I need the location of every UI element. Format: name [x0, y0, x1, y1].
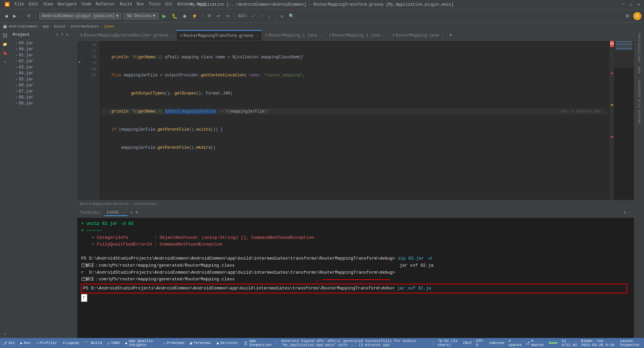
menu-tools[interactable]: Tools — [147, 1, 163, 8]
sidebar-resource-manager[interactable] — [1, 31, 9, 40]
status-encoding[interactable]: UTF-8 — [476, 339, 485, 347]
close-tab-icon[interactable]: ✕ — [320, 33, 322, 38]
status-run[interactable]: ▶ Run — [20, 341, 31, 345]
status-tabnine[interactable]: tabnine — [489, 341, 504, 345]
no-devices-dropdown[interactable]: No Devices ▼ — [123, 13, 159, 19]
menu-code[interactable]: Code — [79, 1, 93, 8]
close-tab-icon[interactable]: ✕ — [442, 33, 444, 38]
more-tabs-button[interactable]: ▼ — [447, 33, 454, 38]
menu-refactor[interactable]: Refactor — [94, 1, 117, 8]
back-button[interactable]: ◀ — [3, 12, 9, 19]
device-file-label[interactable]: Device File Explorer — [636, 76, 643, 126]
terminal-content[interactable]: + unzip 82.jar -d 82 + ~~~~~~ + Category… — [77, 218, 634, 338]
file-item-66[interactable]: ▪ 66.jar — [10, 82, 77, 88]
status-problems[interactable]: ⚠ Problems — [163, 341, 184, 345]
status-build[interactable]: 🔨 Build — [85, 341, 102, 345]
tab-mapping2[interactable]: J RouterMapping_2.java ✕ — [325, 30, 389, 41]
status-version[interactable]: 12 A/11.01 — [561, 339, 577, 347]
file-item-63[interactable]: ▪ 63.jar — [10, 64, 77, 70]
git-fetch-button[interactable]: ↓ — [267, 12, 272, 19]
terminal-tab-local[interactable]: Local ✕ — [104, 209, 127, 216]
close-tab-icon[interactable]: ✕ — [383, 33, 385, 38]
bc-intermediates[interactable]: intermediates — [70, 24, 99, 28]
minimize-button[interactable]: — — [621, 2, 626, 7]
close-button[interactable]: ✕ — [636, 2, 641, 7]
collapse-icon[interactable]: ≡ — [60, 31, 64, 38]
file-item-62[interactable]: ▪ 62.jar — [10, 58, 77, 64]
menu-view[interactable]: View — [41, 1, 55, 8]
tab-transform[interactable]: G RouterMappingTransform.groovy ✕ — [177, 30, 262, 41]
settings-icon[interactable]: ⚙ — [65, 31, 69, 38]
file-panel-icons[interactable]: ⊙ ≡ ⚙ − — [55, 31, 74, 38]
status-logcat[interactable]: ≡ Logcat — [63, 341, 79, 345]
run-button[interactable]: ▶ — [161, 12, 168, 20]
status-todo[interactable]: ☑ TODO — [107, 341, 120, 345]
bc-javac[interactable]: javac — [104, 24, 115, 28]
bc-app[interactable]: app — [42, 24, 49, 28]
terminal-settings-icon[interactable]: ⚙ — [624, 210, 626, 215]
bc-android-common[interactable]: AndroidCommon — [9, 24, 38, 28]
maximize-button[interactable]: ☐ — [629, 2, 634, 7]
menu-edit[interactable]: Edit — [27, 1, 41, 8]
file-item-60[interactable]: ▪ 60.jar — [10, 46, 77, 52]
menu-navigate[interactable]: Navigate — [55, 1, 79, 8]
menu-bar[interactable]: 🔼 File Edit View Navigate Code Refactor … — [3, 1, 208, 8]
status-profiler[interactable]: ⚡ Profiler — [36, 341, 57, 345]
tab-byteCodeBuilder[interactable]: G RouterMappingByteCodeBuilder.groovy ✕ — [77, 30, 177, 41]
sidebar-structure[interactable]: ≡ — [1, 330, 9, 338]
translate-button[interactable]: ⎄ — [279, 12, 285, 19]
close-terminal-tab-icon[interactable]: ✕ — [123, 211, 125, 214]
terminal-minimize-icon[interactable]: − — [629, 210, 631, 215]
coverage-button[interactable]: ◉ — [181, 12, 188, 19]
bc-class[interactable]: RouterMappingTransform — [80, 202, 128, 206]
close-tab-icon[interactable]: ✕ — [171, 33, 173, 38]
search-button[interactable]: 🔍 — [287, 12, 296, 19]
terminal-dropdown-button[interactable]: ▼ — [136, 210, 138, 215]
bc-build[interactable]: build — [54, 24, 65, 28]
file-item-59[interactable]: ▪ 59.jar — [10, 40, 77, 46]
scope-icon[interactable]: ⊙ — [55, 31, 59, 38]
redo-button[interactable]: ↪ — [224, 12, 231, 19]
status-aqi[interactable]: ◆ App Quality Insights — [125, 339, 158, 347]
status-layout-inspector[interactable]: Layout Inspector — [620, 339, 641, 347]
status-crlf[interactable]: CRLF — [463, 341, 472, 345]
status-services[interactable]: ◉ Services — [217, 341, 238, 345]
project-config-dropdown[interactable]: AndroidCommon:plugin [publish] ▼ — [39, 13, 121, 19]
file-item-64[interactable]: ▪ 64.jar — [10, 70, 77, 76]
menu-file[interactable]: File — [12, 1, 26, 8]
file-item-61[interactable]: ▪ 61.jar — [10, 52, 77, 58]
file-item-67[interactable]: ▪ 67.jar — [10, 88, 77, 94]
sidebar-build-variants[interactable]: ⚙ — [1, 58, 9, 66]
status-indent[interactable]: 4 spaces — [508, 339, 522, 347]
status-git[interactable]: ⎇ Git — [3, 341, 15, 345]
menu-run[interactable]: Run — [135, 1, 146, 8]
tab-routermapping[interactable]: J RouterMapping.java ✕ — [389, 30, 447, 41]
code-content[interactable]: println "${getName()} qfhall mapping cla… — [99, 41, 610, 200]
settings-button[interactable]: ⚙ — [624, 12, 631, 19]
status-app-inspection[interactable]: 🔬 App Inspection — [243, 339, 271, 347]
status-branch[interactable]: ⎇ k master — [526, 339, 545, 347]
profile-button[interactable]: ⚡ — [190, 12, 199, 19]
file-item-69[interactable]: ▪ 69.jar — [10, 100, 77, 107]
file-item-65[interactable]: ▪ 65.jar — [10, 76, 77, 82]
menu-build[interactable]: Build — [118, 1, 134, 8]
window-controls[interactable]: — ☐ ✕ — [621, 2, 641, 7]
git-check-button[interactable]: ✓ — [250, 12, 257, 19]
asmr-panel-label[interactable]: ASM — [636, 64, 643, 76]
new-terminal-button[interactable]: + — [130, 210, 133, 215]
git-push-button[interactable]: ↑ — [259, 12, 265, 19]
menu-git[interactable]: Git — [163, 1, 175, 8]
close-tab-icon[interactable]: ✕ — [256, 34, 258, 38]
status-done[interactable]: Done — [549, 341, 557, 345]
minimize-panel-icon[interactable]: − — [70, 31, 74, 38]
sync-button[interactable]: ⟳ — [206, 12, 213, 19]
status-terminal[interactable]: ▣ Terminal — [190, 341, 211, 345]
tab-mapping1[interactable]: J RouterMapping_1.java ✕ — [262, 30, 325, 41]
debug-button[interactable]: 🐛 — [170, 12, 179, 20]
status-position[interactable]: 79:52 (21 chars) — [438, 339, 459, 347]
avatar-button[interactable]: A — [633, 12, 641, 20]
sidebar-bookmarks[interactable]: 🔖 — [1, 49, 9, 57]
undo-button[interactable]: ↩ — [215, 12, 222, 19]
status-blame[interactable]: Blame: You 2022-03-28 0:18 — [581, 339, 616, 347]
file-item-68[interactable]: ▪ 68.jar — [10, 94, 77, 100]
